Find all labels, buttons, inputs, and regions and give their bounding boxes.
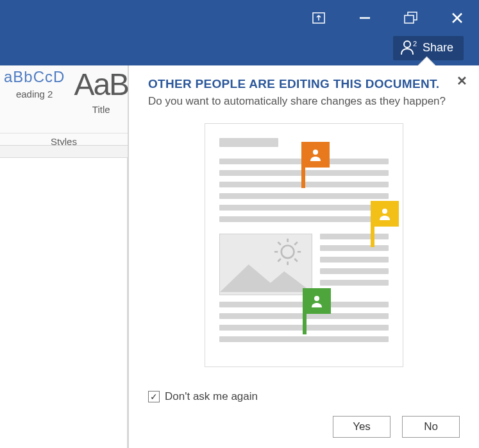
restore-button[interactable] [397, 5, 425, 31]
upload-icon [312, 12, 325, 24]
restore-icon [404, 12, 418, 24]
coauthor-popup: ✕ OTHER PEOPLE ARE EDITING THIS DOCUMENT… [128, 65, 479, 448]
popup-close-button[interactable]: ✕ [457, 73, 467, 89]
person-icon: 2 [401, 40, 417, 55]
svg-point-18 [313, 150, 318, 155]
user-flag-yellow [371, 201, 399, 227]
svg-point-6 [404, 41, 410, 47]
checkbox-label: Don't ask me again [165, 390, 258, 403]
checkbox-icon: ✓ [148, 391, 160, 402]
user-icon [308, 147, 323, 162]
minimize-button[interactable] [351, 5, 379, 31]
close-window-button[interactable] [443, 5, 471, 31]
yes-button[interactable]: Yes [333, 416, 391, 438]
popup-subheading: Do you want to automatically share chang… [148, 95, 460, 108]
share-button[interactable]: 2 Share [393, 36, 464, 60]
style-label: Title [74, 104, 128, 115]
share-label: Share [423, 41, 453, 55]
style-label: eading 2 [4, 89, 65, 99]
image-placeholder-icon [219, 234, 312, 295]
share-bar: 2 Share [0, 36, 479, 65]
style-sample: AaB [74, 69, 128, 100]
dont-ask-checkbox-row[interactable]: ✓ Don't ask me again [148, 390, 460, 403]
close-icon [451, 12, 463, 24]
title-bar [0, 0, 479, 36]
popup-heading: OTHER PEOPLE ARE EDITING THIS DOCUMENT. [148, 77, 460, 91]
style-tile-heading2[interactable]: aBbCcD eading 2 [4, 69, 65, 115]
svg-point-19 [382, 209, 387, 214]
svg-rect-3 [405, 15, 414, 23]
minimize-icon [358, 12, 371, 24]
user-icon [377, 206, 392, 221]
styles-column: aBbCcD eading 2 AaB Title Styles [0, 65, 128, 448]
popup-illustration [205, 123, 403, 367]
user-flag-orange [301, 142, 330, 168]
share-badge: 2 [413, 40, 417, 47]
style-tile-title[interactable]: AaB Title [74, 69, 128, 115]
svg-point-20 [314, 296, 319, 301]
document-page[interactable] [0, 157, 128, 448]
style-sample: aBbCcD [4, 69, 65, 85]
no-button[interactable]: No [402, 416, 460, 438]
user-flag-green [303, 288, 331, 314]
upload-button[interactable] [305, 5, 333, 31]
user-icon [309, 293, 324, 309]
